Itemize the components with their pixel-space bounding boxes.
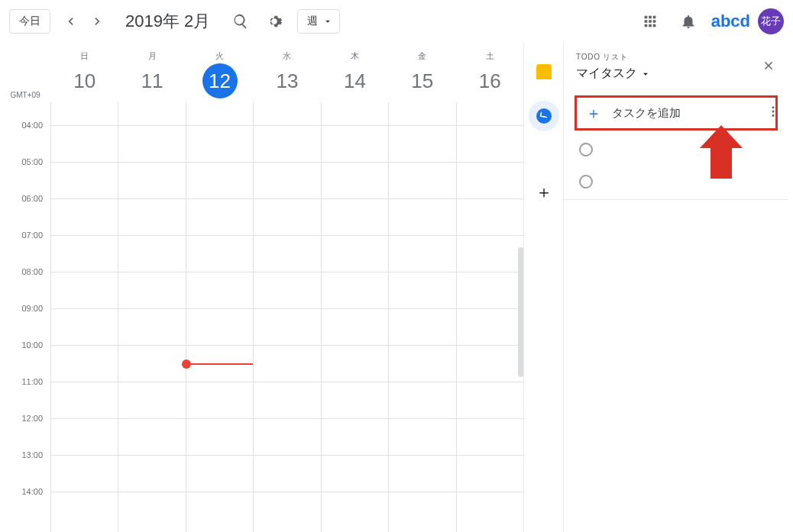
next-button[interactable] <box>86 9 110 34</box>
avatar[interactable]: 花子 <box>758 8 784 34</box>
calendar-hours-grid[interactable] <box>50 102 523 532</box>
close-panel-button[interactable] <box>756 53 781 78</box>
day-header[interactable]: 水13 <box>253 43 320 102</box>
calendar-day-header: GMT+09 日10月11火12水13木14金15土16 <box>0 43 523 102</box>
svg-point-2 <box>772 114 775 117</box>
annotation-arrow <box>700 125 743 179</box>
day-number[interactable]: 10 <box>67 63 102 98</box>
hour-label: 04:00 <box>21 121 43 130</box>
apps-grid-icon <box>642 13 659 30</box>
plus-icon: ＋ <box>536 181 552 204</box>
current-time-indicator <box>186 363 253 365</box>
day-of-week-label: 金 <box>389 50 455 62</box>
day-column[interactable] <box>118 102 185 532</box>
bell-icon <box>680 13 697 30</box>
day-column[interactable] <box>50 102 118 532</box>
side-addons-strip: ＋ <box>523 43 563 532</box>
task-list-selector[interactable]: マイタスク <box>564 63 788 92</box>
day-of-week-label: 月 <box>118 50 185 62</box>
day-header[interactable]: 日10 <box>50 43 118 102</box>
day-number[interactable]: 16 <box>472 63 507 98</box>
brand-label: abcd <box>711 11 750 31</box>
chevron-down-icon <box>322 16 333 27</box>
hour-label: 11:00 <box>21 377 43 386</box>
day-header[interactable]: 月11 <box>118 43 185 102</box>
add-task-button[interactable]: ＋ タスクを追加 <box>575 95 778 131</box>
tasks-icon <box>536 108 552 124</box>
hour-label: 06:00 <box>21 194 43 203</box>
apps-button[interactable] <box>635 6 665 37</box>
time-gutter: 04:0005:0006:0007:0008:0009:0010:0011:00… <box>0 102 50 532</box>
task-complete-radio[interactable] <box>579 175 593 189</box>
view-select[interactable]: 週 <box>297 9 340 34</box>
timezone-label: GMT+09 <box>0 43 50 102</box>
tasks-addon-button[interactable] <box>529 101 559 131</box>
day-column[interactable] <box>321 102 388 532</box>
day-of-week-label: 火 <box>186 50 253 62</box>
day-number[interactable]: 13 <box>270 63 305 98</box>
day-header[interactable]: 木14 <box>321 43 388 102</box>
chevron-down-icon <box>640 69 651 79</box>
hour-label: 08:00 <box>21 267 43 276</box>
day-column[interactable] <box>456 102 523 532</box>
task-item[interactable] <box>564 134 788 166</box>
add-task-label: タスクを追加 <box>612 106 681 121</box>
chevron-right-icon <box>90 14 105 29</box>
tasks-panel-subtitle: TODO リスト <box>564 50 788 63</box>
day-of-week-label: 木 <box>322 50 388 62</box>
svg-point-1 <box>772 111 775 113</box>
keep-icon <box>536 64 552 79</box>
gear-icon <box>266 13 283 30</box>
task-list-name: マイタスク <box>576 66 637 82</box>
hour-label: 12:00 <box>21 414 43 423</box>
hour-label: 05:00 <box>21 157 43 166</box>
prev-button[interactable] <box>58 9 83 34</box>
hour-label: 09:00 <box>21 304 43 313</box>
svg-point-0 <box>772 106 775 108</box>
day-number[interactable]: 15 <box>405 63 440 98</box>
task-complete-radio[interactable] <box>579 143 593 156</box>
day-column[interactable] <box>388 102 455 532</box>
hour-label: 14:00 <box>21 487 43 496</box>
task-list-more-button[interactable] <box>762 101 784 122</box>
add-addon-button[interactable]: ＋ <box>529 177 559 208</box>
keep-addon-button[interactable] <box>529 56 559 87</box>
scrollbar[interactable] <box>518 247 523 377</box>
hour-label: 10:00 <box>21 340 43 350</box>
today-button[interactable]: 今日 <box>9 9 50 34</box>
notifications-button[interactable] <box>673 6 704 37</box>
day-number[interactable]: 11 <box>134 63 170 98</box>
settings-button[interactable] <box>259 6 290 37</box>
close-icon <box>762 59 775 73</box>
hour-label: 07:00 <box>21 231 43 240</box>
day-header[interactable]: 金15 <box>388 43 455 102</box>
task-item[interactable] <box>564 166 788 198</box>
hour-label: 13:00 <box>21 450 43 459</box>
day-of-week-label: 土 <box>457 50 523 62</box>
day-header[interactable]: 土16 <box>456 43 523 102</box>
day-of-week-label: 日 <box>51 50 118 62</box>
plus-icon: ＋ <box>586 105 601 121</box>
tasks-panel: TODO リスト マイタスク ＋ タスクを追加 <box>563 43 788 532</box>
day-column[interactable] <box>253 102 320 532</box>
day-header[interactable]: 火12 <box>186 43 253 102</box>
day-number[interactable]: 14 <box>337 63 372 98</box>
chevron-left-icon <box>63 14 78 29</box>
view-select-label: 週 <box>307 15 318 28</box>
month-year-title: 2019年 2月 <box>125 10 210 33</box>
day-column[interactable] <box>186 102 253 532</box>
search-icon <box>232 13 249 30</box>
app-header: 今日 2019年 2月 週 abcd 花子 <box>0 0 793 43</box>
more-vertical-icon <box>766 105 780 118</box>
search-button[interactable] <box>225 6 256 37</box>
calendar-grid: GMT+09 日10月11火12水13木14金15土16 04:0005:000… <box>0 43 523 532</box>
day-number[interactable]: 12 <box>202 63 238 98</box>
day-of-week-label: 水 <box>254 50 320 62</box>
